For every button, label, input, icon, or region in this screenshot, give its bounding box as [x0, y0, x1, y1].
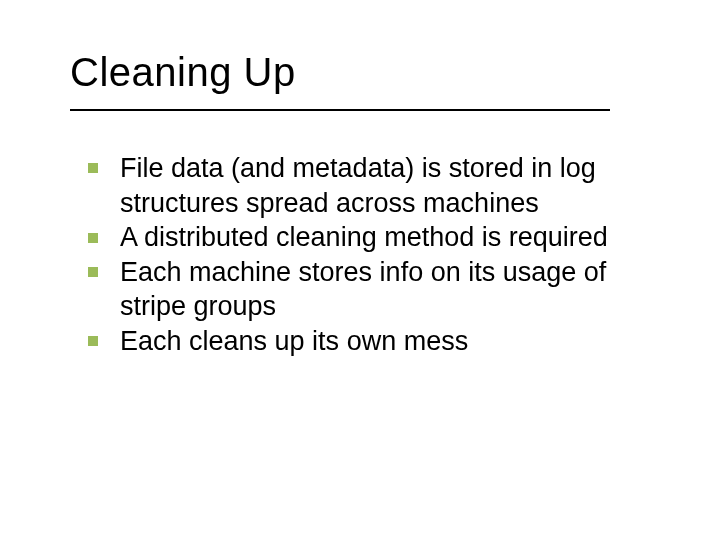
title-underline — [70, 109, 610, 111]
slide-title: Cleaning Up — [70, 50, 680, 95]
list-item: Each cleans up its own mess — [88, 324, 660, 359]
bullet-list: File data (and metadata) is stored in lo… — [70, 151, 680, 358]
list-item: Each machine stores info on its usage of… — [88, 255, 660, 324]
list-item: A distributed cleaning method is require… — [88, 220, 660, 255]
slide: Cleaning Up File data (and metadata) is … — [0, 0, 720, 540]
list-item: File data (and metadata) is stored in lo… — [88, 151, 660, 220]
